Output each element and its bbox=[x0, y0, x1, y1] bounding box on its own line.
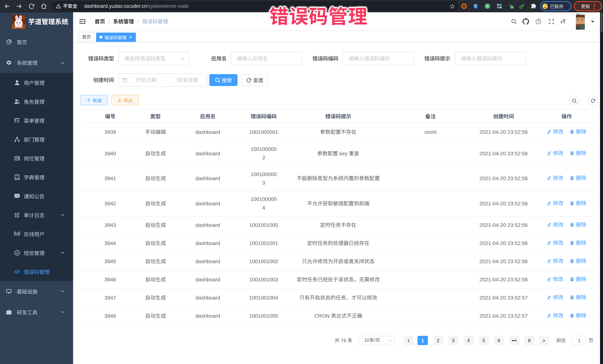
add-button[interactable]: 新增 bbox=[81, 95, 108, 105]
caret-down-icon[interactable] bbox=[590, 20, 595, 23]
export-button[interactable]: 导出 bbox=[111, 95, 139, 105]
edit-link[interactable]: 修改 bbox=[547, 127, 563, 136]
cell-app: dashboard bbox=[172, 141, 244, 166]
extension-key-icon[interactable] bbox=[519, 3, 524, 9]
help-icon[interactable] bbox=[535, 18, 542, 25]
reset-button[interactable]: 重置 bbox=[242, 74, 268, 86]
sidebar-item-dicts[interactable]: 字典管理 bbox=[0, 167, 73, 187]
browser-scrollbar[interactable] bbox=[600, 12, 603, 364]
extension-orange-ring-icon[interactable] bbox=[461, 3, 467, 9]
github-icon[interactable] bbox=[522, 18, 529, 25]
edit-link[interactable]: 修改 bbox=[547, 257, 563, 265]
delete-link[interactable]: 删除 bbox=[570, 199, 586, 208]
start-date-input[interactable] bbox=[127, 74, 165, 86]
delete-link[interactable]: 删除 bbox=[570, 311, 586, 320]
cell-app: dashboard bbox=[172, 123, 244, 141]
sidebar-item-error-codes[interactable]: 错误码管理 bbox=[0, 262, 73, 281]
sidebar-item-roles[interactable]: 角色管理 bbox=[0, 92, 73, 111]
breadcrumb: 首页/系统管理/错误码管理 bbox=[95, 12, 168, 31]
page-button[interactable]: 2 bbox=[433, 336, 443, 345]
page-button[interactable]: 6 bbox=[494, 336, 504, 345]
browser-update-button[interactable]: 更新 bbox=[574, 1, 602, 11]
page-url[interactable]: dashboard.yudao.iocoder.cn/system/error-… bbox=[84, 1, 189, 11]
goto-page-input[interactable] bbox=[573, 336, 586, 345]
date-range-picker[interactable]: - bbox=[118, 73, 207, 87]
breadcrumb-system[interactable]: 系统管理 bbox=[113, 19, 134, 24]
header-search-icon[interactable] bbox=[510, 18, 517, 25]
delete-link[interactable]: 删除 bbox=[570, 293, 586, 302]
fullscreen-icon[interactable] bbox=[548, 18, 555, 25]
delete-link[interactable]: 删除 bbox=[570, 174, 586, 183]
end-date-input[interactable] bbox=[168, 74, 207, 86]
edit-link[interactable]: 修改 bbox=[547, 311, 563, 320]
emoji-face-icon bbox=[542, 3, 548, 9]
prev-page-button[interactable] bbox=[404, 336, 414, 345]
extension-puzzle-icon[interactable] bbox=[531, 3, 536, 9]
sidebar-item-menus[interactable]: 菜单管理 bbox=[0, 111, 73, 130]
sidebar-item-infrastructure[interactable]: 基础设施 bbox=[0, 281, 73, 302]
post-icon bbox=[14, 155, 20, 161]
table-search-toggle-button[interactable] bbox=[569, 96, 579, 106]
edit-link[interactable]: 修改 bbox=[547, 239, 563, 247]
scrollbar-thumb[interactable] bbox=[601, 13, 603, 33]
edit-link[interactable]: 修改 bbox=[547, 174, 563, 183]
delete-label: 删除 bbox=[576, 174, 586, 183]
sidebar-item-departments[interactable]: 部门管理 bbox=[0, 130, 73, 149]
page-button[interactable]: 1 bbox=[417, 336, 428, 345]
page-button[interactable]: 3 bbox=[448, 336, 458, 345]
forward-icon[interactable] bbox=[16, 2, 23, 10]
bookmark-star-icon[interactable] bbox=[449, 3, 455, 9]
next-page-button[interactable] bbox=[539, 336, 549, 345]
extension-switch-on-icon[interactable]: on bbox=[508, 3, 514, 9]
page-button[interactable]: 5 bbox=[478, 336, 489, 345]
font-size-icon[interactable] bbox=[560, 18, 567, 25]
sidebar-item-sms[interactable]: 短信管理 bbox=[0, 243, 73, 262]
cell-id: 3945 bbox=[81, 253, 139, 271]
sidebar-item-audit-logs[interactable]: 审计日志 bbox=[0, 205, 73, 224]
delete-link[interactable]: 删除 bbox=[570, 257, 586, 265]
hamburger-icon[interactable] bbox=[79, 18, 86, 25]
table-refresh-button[interactable] bbox=[588, 96, 598, 106]
extension-green-circle-icon[interactable] bbox=[485, 3, 490, 9]
page-content: 错误码类型请选择错误码类型应用名错误码编码错误码提示创建时间-搜索重置新增导出编… bbox=[73, 43, 600, 364]
back-icon[interactable] bbox=[3, 2, 11, 10]
recorder-paused-badge[interactable]: 已暂停 bbox=[540, 1, 571, 11]
sidebar-item-home[interactable]: 首页 bbox=[0, 32, 73, 52]
extension-grid-icon[interactable] bbox=[496, 3, 502, 9]
page-button[interactable]: 8 bbox=[524, 336, 534, 345]
edit-link[interactable]: 修改 bbox=[547, 293, 563, 302]
more-pages-button[interactable]: ••• bbox=[509, 336, 519, 345]
delete-link[interactable]: 删除 bbox=[570, 239, 586, 247]
cell-operations: 修改删除 bbox=[540, 166, 594, 191]
breadcrumb-home[interactable]: 首页 bbox=[95, 19, 105, 24]
reload-icon[interactable] bbox=[28, 2, 35, 10]
app-logo[interactable]: 芋道管理系统 bbox=[0, 12, 73, 32]
search-button[interactable]: 搜索 bbox=[209, 74, 237, 86]
edit-link[interactable]: 修改 bbox=[547, 199, 563, 208]
sidebar-item-notices[interactable]: 通知公告 bbox=[0, 187, 73, 205]
sidebar-item-posts[interactable]: 岗位管理 bbox=[0, 149, 73, 167]
close-icon[interactable] bbox=[129, 35, 132, 39]
pagination: 共 76 条10条/页123456•••8前往页 bbox=[73, 336, 594, 345]
avatar[interactable] bbox=[576, 13, 585, 30]
delete-link[interactable]: 删除 bbox=[570, 275, 586, 284]
edit-link[interactable]: 修改 bbox=[547, 221, 563, 229]
edit-link[interactable]: 修改 bbox=[547, 275, 563, 284]
security-label[interactable]: 不安全 bbox=[63, 1, 77, 11]
page-size-select[interactable]: 10条/页 bbox=[359, 336, 395, 345]
delete-link[interactable]: 删除 bbox=[570, 127, 586, 136]
extension-blue-diamond-icon[interactable] bbox=[473, 3, 478, 9]
filter-msg-input[interactable] bbox=[455, 52, 526, 65]
delete-link[interactable]: 删除 bbox=[570, 149, 586, 157]
sidebar-item-online-users[interactable]: 在线用户 bbox=[0, 224, 73, 243]
sidebar-item-dev-tools[interactable]: 研发工具 bbox=[0, 302, 73, 322]
home-icon[interactable] bbox=[40, 2, 47, 10]
delete-link[interactable]: 删除 bbox=[570, 221, 586, 229]
tag-home[interactable]: 首页 bbox=[79, 32, 94, 41]
tag-error-code[interactable]: 错误码管理 bbox=[96, 33, 136, 42]
kebab-menu-icon[interactable] bbox=[593, 3, 595, 9]
page-button[interactable]: 4 bbox=[463, 336, 474, 345]
address-bar[interactable]: 不安全dashboard.yudao.iocoder.cn/system/err… bbox=[51, 1, 458, 11]
edit-link[interactable]: 修改 bbox=[547, 149, 563, 157]
column-header: 类型 bbox=[139, 109, 172, 123]
